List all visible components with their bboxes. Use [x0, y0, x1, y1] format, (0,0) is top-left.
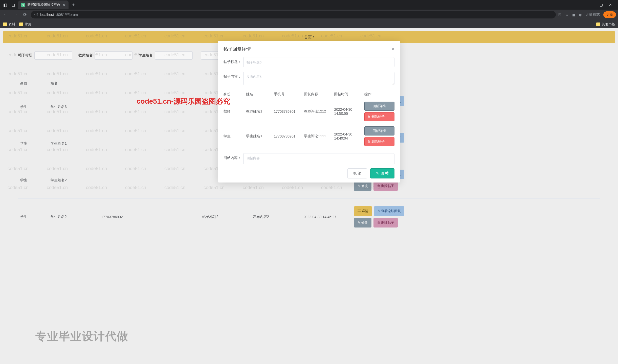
other-bookmarks[interactable]: 其他书签 [596, 22, 615, 27]
url-bar[interactable]: ⓘ localhost:8081/#/forum [31, 11, 556, 18]
reply-submit-button[interactable]: ✎回 帖 [370, 168, 394, 178]
star-icon[interactable]: ☆ [565, 13, 569, 17]
maximize-icon[interactable]: ▢ [600, 3, 603, 7]
window-controls: — ▢ ✕ [586, 3, 616, 7]
rth-actions: 操作 [364, 92, 394, 97]
close-tab-icon[interactable]: ✕ [62, 3, 65, 7]
incognito-label: 无痕模式 [586, 12, 600, 17]
rth-content: 回复内容 [304, 92, 334, 97]
modal-title: 帖子回复详情 [224, 46, 251, 52]
reload-button[interactable]: ⟳ [21, 11, 28, 18]
url-path: :8081/#/forum [56, 13, 78, 17]
avatar-icon[interactable]: ◐ [579, 13, 582, 17]
folder-icon [596, 22, 600, 26]
reply-content-textarea[interactable] [243, 153, 394, 164]
browser-tab[interactable]: V 新冠病毒校园监控平台 ✕ [18, 1, 69, 9]
modal-close-button[interactable]: × [391, 46, 394, 52]
key-icon[interactable]: ⚿ [558, 13, 562, 17]
back-button[interactable]: ← [2, 11, 9, 18]
post-title-input[interactable] [243, 57, 394, 67]
minimize-icon[interactable]: — [590, 3, 593, 7]
trash-icon: 🗑 [367, 140, 370, 144]
vue-favicon: V [21, 3, 25, 7]
forward-button[interactable]: → [12, 11, 19, 18]
close-window-icon[interactable]: ✕ [609, 3, 612, 7]
reply-row: 学生 学生姓名1 17703786901 学生评论1111 2022-04-30… [224, 124, 394, 149]
edit-icon: ✎ [376, 171, 379, 175]
post-content-textarea[interactable] [243, 72, 394, 85]
update-button[interactable]: 更新 [603, 11, 616, 18]
address-bar-row: ← → ⟳ ⓘ localhost:8081/#/forum ⚿ ☆ ▣ ◐ 无… [0, 10, 618, 20]
new-tab-button[interactable]: + [71, 2, 76, 8]
url-host: localhost [40, 13, 54, 17]
bookmark-folder-1[interactable]: 资料 [3, 22, 15, 27]
bookmark-folder-2[interactable]: 常用 [19, 22, 31, 27]
post-title-label: 帖子标题： [224, 57, 243, 64]
folder-icon [3, 22, 7, 26]
tab-bar: ◧ ◻ V 新冠病毒校园监控平台 ✕ + — ▢ ✕ [0, 0, 618, 10]
rth-time: 回帖时间 [334, 92, 364, 97]
site-info-icon[interactable]: ⓘ [34, 12, 38, 17]
app-icon: ◧ [2, 2, 8, 8]
rth-role: 身份 [224, 92, 246, 97]
modal-overlay: 帖子回复详情 × 帖子标题： 帖子内容： 身份 姓名 手机号 回 [0, 28, 618, 364]
reply-row: 教师 教师姓名1 17703786901 教师评论1212 2022-04-30… [224, 99, 394, 124]
bookmarks-bar: 资料 常用 其他书签 [0, 20, 618, 28]
reply-detail-button[interactable]: 回帖详情 [364, 126, 394, 135]
post-content-label: 帖子内容： [224, 72, 243, 79]
reply-table: 身份 姓名 手机号 回复内容 回帖时间 操作 教师 教师姓名1 17703786… [224, 89, 394, 149]
panel-icon[interactable]: ▣ [572, 13, 576, 17]
reply-detail-modal: 帖子回复详情 × 帖子标题： 帖子内容： 身份 姓名 手机号 回 [218, 41, 400, 183]
cancel-button[interactable]: 取 消 [347, 168, 367, 178]
browser-chrome: ◧ ◻ V 新冠病毒校园监控平台 ✕ + — ▢ ✕ ← → ⟳ ⓘ local… [0, 0, 618, 28]
reply-content-label: 回帖内容： [224, 153, 243, 160]
task-icon: ◻ [10, 2, 16, 8]
trash-icon: 🗑 [367, 115, 370, 119]
reply-delete-button[interactable]: 🗑 删除帖子 [364, 112, 394, 121]
tab-title: 新冠病毒校园监控平台 [27, 3, 60, 7]
reply-delete-button[interactable]: 🗑 删除帖子 [364, 137, 394, 146]
folder-icon [19, 22, 23, 26]
rth-phone: 手机号 [274, 92, 304, 97]
rth-name: 姓名 [246, 92, 274, 97]
reply-detail-button[interactable]: 回帖详情 [364, 102, 394, 111]
page-body: code51.cncode51.cncode51.cncode51.cncode… [0, 28, 618, 364]
